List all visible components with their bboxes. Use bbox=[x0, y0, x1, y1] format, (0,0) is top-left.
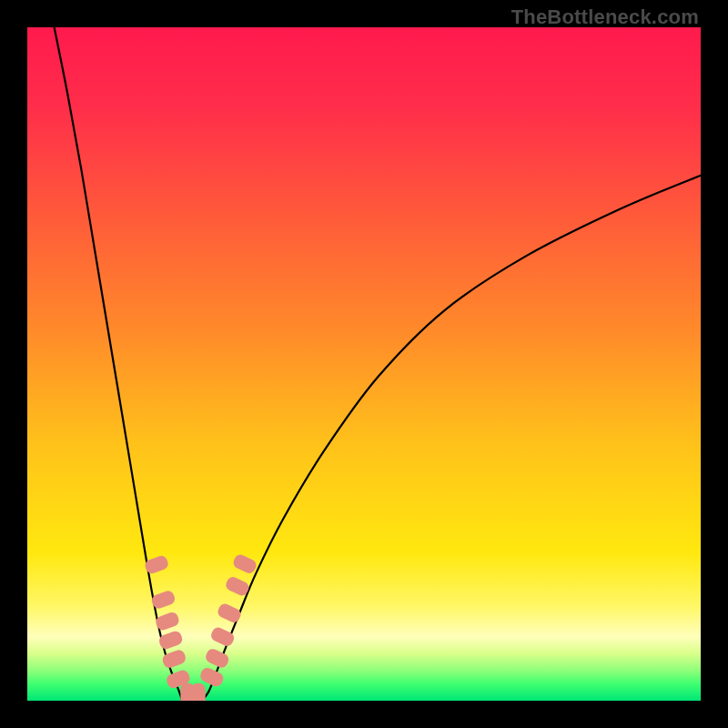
marker-9 bbox=[204, 647, 230, 670]
right-curve bbox=[202, 176, 701, 701]
marker-13 bbox=[231, 552, 258, 575]
data-markers bbox=[144, 552, 258, 701]
plot-area bbox=[27, 27, 701, 701]
marker-0 bbox=[144, 554, 170, 575]
chart-frame: TheBottleneck.com bbox=[0, 0, 728, 728]
marker-11 bbox=[216, 602, 242, 624]
curves-layer bbox=[27, 27, 701, 701]
watermark-text: TheBottleneck.com bbox=[511, 5, 699, 29]
marker-10 bbox=[209, 625, 236, 648]
marker-7 bbox=[191, 683, 206, 701]
marker-3 bbox=[157, 630, 184, 651]
